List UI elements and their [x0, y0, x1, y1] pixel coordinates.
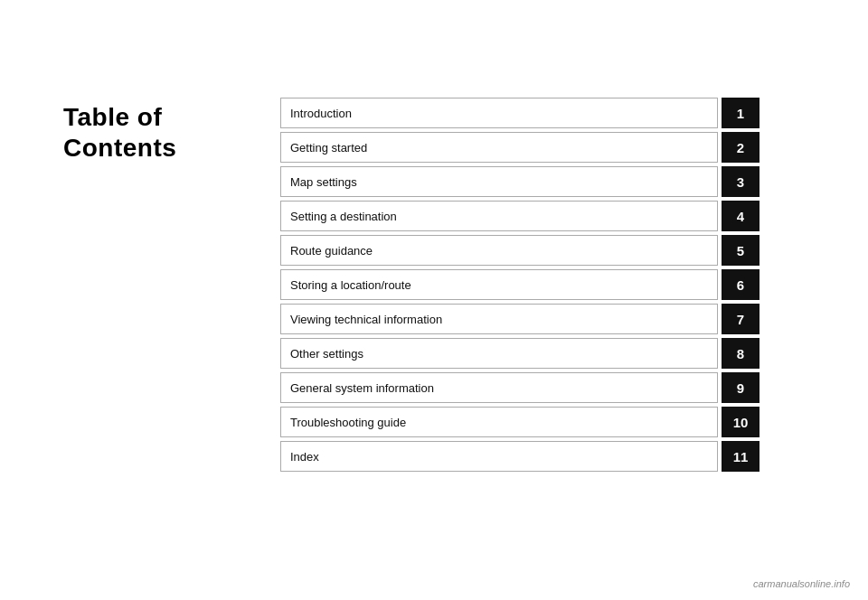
- table-row[interactable]: Index11: [280, 441, 760, 472]
- table-row[interactable]: Troubleshooting guide10: [280, 407, 760, 437]
- toc-item-number: 3: [722, 166, 760, 197]
- toc-item-number: 6: [722, 269, 760, 300]
- toc-item-label: Map settings: [280, 166, 718, 197]
- toc-item-number: 9: [722, 372, 760, 403]
- toc-item-label: Introduction: [280, 98, 718, 128]
- toc-item-label: Viewing technical information: [280, 304, 718, 334]
- toc-item-label: General system information: [280, 372, 718, 403]
- toc-item-label: Troubleshooting guide: [280, 407, 718, 437]
- toc-section: Introduction1Getting started2Map setting…: [280, 98, 760, 475]
- toc-item-number: 11: [722, 441, 760, 472]
- title-line1: Table of: [63, 103, 162, 131]
- toc-item-label: Index: [280, 441, 718, 472]
- table-row[interactable]: Introduction1: [280, 98, 760, 128]
- title-section: Table of Contents: [63, 102, 176, 163]
- toc-item-number: 5: [722, 235, 760, 266]
- page-title: Table of Contents: [63, 102, 176, 163]
- toc-item-label: Getting started: [280, 132, 718, 163]
- table-row[interactable]: Storing a location/route6: [280, 269, 760, 300]
- title-line2: Contents: [63, 134, 176, 162]
- toc-item-number: 4: [722, 201, 760, 231]
- toc-item-number: 7: [722, 304, 760, 334]
- toc-item-label: Setting a destination: [280, 201, 718, 231]
- table-row[interactable]: Getting started2: [280, 132, 760, 163]
- toc-item-number: 2: [722, 132, 760, 163]
- toc-item-number: 1: [722, 98, 760, 128]
- table-row[interactable]: Setting a destination4: [280, 201, 760, 231]
- toc-item-number: 8: [722, 338, 760, 369]
- toc-item-number: 10: [722, 407, 760, 437]
- table-row[interactable]: Viewing technical information7: [280, 304, 760, 334]
- page-container: Table of Contents Introduction1Getting s…: [0, 0, 868, 600]
- toc-item-label: Route guidance: [280, 235, 718, 266]
- toc-item-label: Other settings: [280, 338, 718, 369]
- table-row[interactable]: Map settings3: [280, 166, 760, 197]
- table-row[interactable]: Route guidance5: [280, 235, 760, 266]
- watermark: carmanualsonline.info: [753, 578, 850, 589]
- table-row[interactable]: General system information9: [280, 372, 760, 403]
- toc-item-label: Storing a location/route: [280, 269, 718, 300]
- table-row[interactable]: Other settings8: [280, 338, 760, 369]
